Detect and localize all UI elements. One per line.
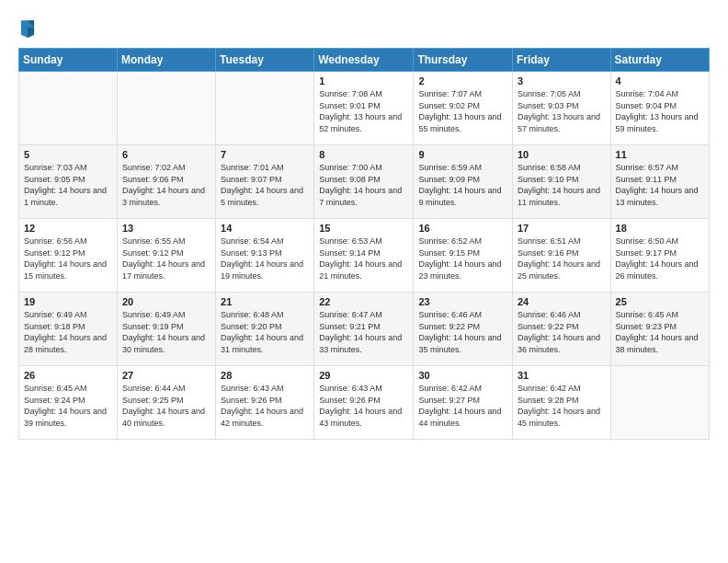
day-number: 7 bbox=[221, 149, 309, 160]
page: SundayMondayTuesdayWednesdayThursdayFrid… bbox=[0, 0, 728, 449]
day-info: Sunrise: 6:46 AM Sunset: 9:22 PM Dayligh… bbox=[418, 309, 507, 355]
day-cell-28: 28Sunrise: 6:43 AM Sunset: 9:26 PM Dayli… bbox=[216, 366, 314, 440]
day-number: 17 bbox=[518, 223, 606, 234]
week-row-2: 5Sunrise: 7:03 AM Sunset: 9:05 PM Daylig… bbox=[19, 145, 710, 219]
day-info: Sunrise: 6:49 AM Sunset: 9:19 PM Dayligh… bbox=[122, 309, 210, 355]
day-number: 2 bbox=[418, 75, 507, 86]
empty-cell bbox=[19, 72, 118, 145]
day-number: 26 bbox=[24, 370, 112, 381]
weekday-header-tuesday: Tuesday bbox=[216, 49, 314, 72]
day-number: 21 bbox=[221, 296, 309, 307]
weekday-header-saturday: Saturday bbox=[610, 49, 709, 72]
day-cell-7: 7Sunrise: 7:01 AM Sunset: 9:07 PM Daylig… bbox=[216, 145, 314, 219]
day-info: Sunrise: 7:07 AM Sunset: 9:02 PM Dayligh… bbox=[418, 88, 507, 134]
day-cell-30: 30Sunrise: 6:42 AM Sunset: 9:27 PM Dayli… bbox=[414, 366, 513, 440]
day-info: Sunrise: 6:46 AM Sunset: 9:22 PM Dayligh… bbox=[518, 309, 606, 355]
day-number: 13 bbox=[122, 223, 210, 234]
day-number: 4 bbox=[616, 75, 704, 86]
day-number: 20 bbox=[122, 296, 210, 307]
day-info: Sunrise: 6:42 AM Sunset: 9:27 PM Dayligh… bbox=[418, 383, 507, 429]
day-cell-13: 13Sunrise: 6:55 AM Sunset: 9:12 PM Dayli… bbox=[117, 219, 215, 293]
day-info: Sunrise: 7:08 AM Sunset: 9:01 PM Dayligh… bbox=[319, 88, 408, 134]
day-cell-5: 5Sunrise: 7:03 AM Sunset: 9:05 PM Daylig… bbox=[19, 145, 118, 219]
day-number: 23 bbox=[418, 296, 507, 307]
day-number: 8 bbox=[319, 149, 408, 160]
day-info: Sunrise: 6:45 AM Sunset: 9:24 PM Dayligh… bbox=[24, 383, 112, 429]
day-cell-19: 19Sunrise: 6:49 AM Sunset: 9:18 PM Dayli… bbox=[19, 293, 118, 366]
day-cell-23: 23Sunrise: 6:46 AM Sunset: 9:22 PM Dayli… bbox=[414, 293, 513, 366]
day-number: 29 bbox=[319, 370, 408, 381]
day-info: Sunrise: 6:55 AM Sunset: 9:12 PM Dayligh… bbox=[122, 236, 210, 282]
day-number: 22 bbox=[319, 296, 408, 307]
day-info: Sunrise: 6:56 AM Sunset: 9:12 PM Dayligh… bbox=[24, 236, 112, 282]
weekday-header-wednesday: Wednesday bbox=[314, 49, 414, 72]
day-info: Sunrise: 6:43 AM Sunset: 9:26 PM Dayligh… bbox=[221, 383, 309, 429]
day-number: 18 bbox=[616, 223, 704, 234]
day-number: 1 bbox=[319, 75, 408, 86]
day-number: 25 bbox=[616, 296, 704, 307]
day-info: Sunrise: 6:45 AM Sunset: 9:23 PM Dayligh… bbox=[616, 309, 704, 355]
day-info: Sunrise: 6:50 AM Sunset: 9:17 PM Dayligh… bbox=[616, 236, 704, 282]
day-cell-11: 11Sunrise: 6:57 AM Sunset: 9:11 PM Dayli… bbox=[610, 145, 709, 219]
day-cell-9: 9Sunrise: 6:59 AM Sunset: 9:09 PM Daylig… bbox=[414, 145, 513, 219]
day-cell-16: 16Sunrise: 6:52 AM Sunset: 9:15 PM Dayli… bbox=[414, 219, 513, 293]
day-number: 5 bbox=[24, 149, 112, 160]
day-info: Sunrise: 6:48 AM Sunset: 9:20 PM Dayligh… bbox=[221, 309, 309, 355]
day-info: Sunrise: 6:49 AM Sunset: 9:18 PM Dayligh… bbox=[24, 309, 112, 355]
day-info: Sunrise: 6:44 AM Sunset: 9:25 PM Dayligh… bbox=[122, 383, 210, 429]
day-info: Sunrise: 7:00 AM Sunset: 9:08 PM Dayligh… bbox=[319, 162, 408, 208]
day-cell-26: 26Sunrise: 6:45 AM Sunset: 9:24 PM Dayli… bbox=[19, 366, 118, 440]
day-number: 6 bbox=[122, 149, 210, 160]
day-cell-2: 2Sunrise: 7:07 AM Sunset: 9:02 PM Daylig… bbox=[414, 72, 513, 145]
logo-icon bbox=[19, 17, 36, 38]
day-number: 19 bbox=[24, 296, 112, 307]
day-info: Sunrise: 6:47 AM Sunset: 9:21 PM Dayligh… bbox=[319, 309, 408, 355]
weekday-header-sunday: Sunday bbox=[19, 49, 118, 72]
week-row-5: 26Sunrise: 6:45 AM Sunset: 9:24 PM Dayli… bbox=[19, 366, 710, 440]
day-number: 24 bbox=[518, 296, 606, 307]
day-number: 9 bbox=[418, 149, 507, 160]
day-number: 3 bbox=[518, 75, 606, 86]
day-info: Sunrise: 6:52 AM Sunset: 9:15 PM Dayligh… bbox=[418, 236, 507, 282]
day-info: Sunrise: 7:01 AM Sunset: 9:07 PM Dayligh… bbox=[221, 162, 309, 208]
day-cell-17: 17Sunrise: 6:51 AM Sunset: 9:16 PM Dayli… bbox=[512, 219, 610, 293]
day-cell-29: 29Sunrise: 6:43 AM Sunset: 9:26 PM Dayli… bbox=[314, 366, 414, 440]
empty-cell bbox=[117, 72, 215, 145]
weekday-header-friday: Friday bbox=[512, 49, 610, 72]
svg-marker-2 bbox=[28, 28, 34, 38]
day-info: Sunrise: 7:04 AM Sunset: 9:04 PM Dayligh… bbox=[616, 88, 704, 134]
day-info: Sunrise: 7:02 AM Sunset: 9:06 PM Dayligh… bbox=[122, 162, 210, 208]
day-cell-1: 1Sunrise: 7:08 AM Sunset: 9:01 PM Daylig… bbox=[314, 72, 414, 145]
day-info: Sunrise: 7:03 AM Sunset: 9:05 PM Dayligh… bbox=[24, 162, 112, 208]
day-cell-4: 4Sunrise: 7:04 AM Sunset: 9:04 PM Daylig… bbox=[610, 72, 709, 145]
day-number: 11 bbox=[616, 149, 704, 160]
day-info: Sunrise: 6:58 AM Sunset: 9:10 PM Dayligh… bbox=[518, 162, 606, 208]
day-info: Sunrise: 6:59 AM Sunset: 9:09 PM Dayligh… bbox=[418, 162, 507, 208]
day-number: 15 bbox=[319, 223, 408, 234]
day-cell-25: 25Sunrise: 6:45 AM Sunset: 9:23 PM Dayli… bbox=[610, 293, 709, 366]
day-cell-20: 20Sunrise: 6:49 AM Sunset: 9:19 PM Dayli… bbox=[117, 293, 215, 366]
day-number: 16 bbox=[418, 223, 507, 234]
week-row-3: 12Sunrise: 6:56 AM Sunset: 9:12 PM Dayli… bbox=[19, 219, 710, 293]
header bbox=[18, 17, 710, 39]
day-number: 28 bbox=[221, 370, 309, 381]
day-number: 30 bbox=[418, 370, 507, 381]
day-cell-27: 27Sunrise: 6:44 AM Sunset: 9:25 PM Dayli… bbox=[117, 366, 215, 440]
day-cell-24: 24Sunrise: 6:46 AM Sunset: 9:22 PM Dayli… bbox=[512, 293, 610, 366]
day-cell-21: 21Sunrise: 6:48 AM Sunset: 9:20 PM Dayli… bbox=[216, 293, 314, 366]
day-number: 10 bbox=[518, 149, 606, 160]
day-cell-22: 22Sunrise: 6:47 AM Sunset: 9:21 PM Dayli… bbox=[314, 293, 414, 366]
day-cell-8: 8Sunrise: 7:00 AM Sunset: 9:08 PM Daylig… bbox=[314, 145, 414, 219]
day-cell-12: 12Sunrise: 6:56 AM Sunset: 9:12 PM Dayli… bbox=[19, 219, 118, 293]
day-number: 12 bbox=[24, 223, 112, 234]
week-row-1: 1Sunrise: 7:08 AM Sunset: 9:01 PM Daylig… bbox=[19, 72, 710, 145]
empty-cell bbox=[216, 72, 314, 145]
weekday-header-row: SundayMondayTuesdayWednesdayThursdayFrid… bbox=[19, 49, 710, 72]
day-info: Sunrise: 6:54 AM Sunset: 9:13 PM Dayligh… bbox=[221, 236, 309, 282]
weekday-header-thursday: Thursday bbox=[414, 49, 513, 72]
day-info: Sunrise: 6:42 AM Sunset: 9:28 PM Dayligh… bbox=[518, 383, 606, 429]
empty-cell bbox=[610, 366, 709, 440]
day-cell-6: 6Sunrise: 7:02 AM Sunset: 9:06 PM Daylig… bbox=[117, 145, 215, 219]
logo bbox=[18, 17, 36, 39]
day-info: Sunrise: 7:05 AM Sunset: 9:03 PM Dayligh… bbox=[518, 88, 606, 134]
